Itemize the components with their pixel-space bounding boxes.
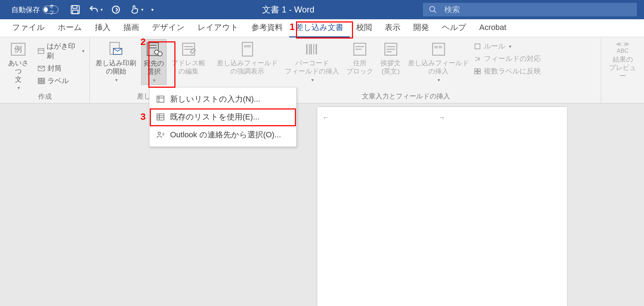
tab-review[interactable]: 校閲	[350, 19, 378, 37]
document-page[interactable]: ⌐ ¬	[317, 107, 567, 306]
svg-rect-14	[39, 81, 41, 83]
svg-rect-40	[433, 43, 445, 55]
svg-point-55	[158, 132, 161, 134]
svg-rect-43	[475, 44, 480, 49]
svg-point-4	[430, 6, 435, 11]
search-placeholder: 検索	[444, 4, 460, 15]
barcode-field-button: バーコード フィールドの挿入▾	[283, 39, 341, 84]
menu-outlook-contacts[interactable]: Outlook の連絡先から選択(O)...	[149, 126, 296, 144]
svg-point-3	[112, 6, 119, 13]
svg-rect-26	[242, 42, 252, 56]
svg-text:例: 例	[14, 45, 22, 53]
start-mail-merge-button[interactable]: 差し込み印刷 の開始▾	[93, 39, 138, 84]
tab-home[interactable]: ホーム	[51, 19, 88, 37]
svg-rect-12	[39, 79, 41, 80]
group-create-label: 作成	[4, 92, 86, 103]
save-icon[interactable]	[70, 4, 81, 15]
tab-developer[interactable]: 開発	[407, 19, 435, 37]
autosave-label: 自動保存	[11, 5, 40, 15]
tab-insert[interactable]: 挿入	[88, 19, 117, 37]
tab-design[interactable]: デザイン	[145, 19, 191, 37]
tab-mailings[interactable]: 差し込み文書	[289, 19, 350, 37]
tab-view[interactable]: 表示	[378, 19, 407, 37]
postcard-print-button[interactable]: はがき印刷▾	[36, 41, 86, 61]
ribbon-tabs: ファイル ホーム 挿入 描画 デザイン レイアウト 参考資料 差し込み文書 校閲…	[0, 19, 644, 37]
svg-rect-48	[157, 96, 164, 102]
update-labels-button: 複数ラベルに反映	[474, 66, 541, 76]
annotation-1: 1	[290, 21, 295, 32]
svg-rect-46	[475, 72, 477, 74]
svg-rect-2	[73, 10, 78, 14]
svg-rect-13	[42, 79, 44, 80]
menu-type-new-list[interactable]: 新しいリストの入力(N)...	[149, 90, 296, 108]
rules-button: ルール▾	[474, 41, 541, 51]
svg-rect-45	[478, 69, 480, 71]
greeting-line-button: 挨拶文 (英文)	[378, 39, 403, 77]
touch-mode-icon[interactable]: ▾	[129, 4, 143, 15]
svg-rect-41	[434, 46, 438, 48]
svg-rect-27	[244, 45, 251, 47]
svg-point-22	[158, 52, 162, 56]
match-fields-button: フィールドの対応	[474, 54, 541, 63]
undo-icon[interactable]: ▾	[88, 4, 103, 15]
labels-button[interactable]: ラベル	[36, 75, 86, 86]
svg-rect-44	[475, 69, 477, 71]
tab-references[interactable]: 参考資料	[245, 19, 289, 37]
insert-merge-field-button: 差し込みフィールド の挿入▾	[406, 39, 471, 84]
edit-recipient-list-button: アドレス帳 の編集	[169, 39, 208, 77]
svg-line-5	[434, 11, 436, 13]
highlight-merge-fields-button: 差し込みフィールド の強調表示	[215, 39, 280, 77]
tab-acrobat[interactable]: Acrobat	[473, 19, 513, 37]
envelope-button[interactable]: 封筒	[36, 63, 86, 74]
menu-use-existing-list[interactable]: 既存のリストを使用(E)...	[149, 108, 296, 126]
preview-results-button: ≪ ≫ ABC 結果の プレビュー	[605, 39, 640, 82]
address-block-button: 住所 ブロック	[344, 39, 375, 77]
annotation-3: 3	[140, 111, 145, 122]
redo-icon[interactable]	[111, 4, 121, 15]
svg-rect-42	[439, 46, 442, 48]
autosave-state: オフ	[49, 3, 57, 16]
tab-help[interactable]: ヘルプ	[435, 19, 473, 37]
svg-rect-1	[73, 6, 77, 9]
greeting-text-button[interactable]: 例 あいさつ 文▾	[4, 39, 33, 92]
tab-draw[interactable]: 描画	[117, 19, 145, 37]
svg-rect-8	[38, 49, 44, 53]
ribbon: 例 あいさつ 文▾ はがき印刷▾ 封筒 ラベル 作成	[0, 37, 644, 103]
search-box[interactable]: 検索	[423, 3, 637, 16]
svg-rect-15	[42, 81, 44, 83]
search-icon	[429, 5, 437, 14]
title-bar: 自動保存 オフ ▾ ▾ ▾ 文書 1 - Word 検索	[0, 0, 644, 19]
tab-layout[interactable]: レイアウト	[191, 19, 245, 37]
tab-file[interactable]: ファイル	[6, 19, 51, 37]
svg-rect-47	[478, 72, 480, 74]
select-recipients-menu: 新しいリストの入力(N)... 既存のリストを使用(E)... Outlook …	[149, 87, 297, 147]
autosave-toggle[interactable]: 自動保存 オフ	[11, 5, 58, 15]
svg-rect-51	[157, 114, 164, 120]
annotation-2: 2	[140, 36, 145, 47]
document-title: 文書 1 - Word	[154, 4, 423, 15]
